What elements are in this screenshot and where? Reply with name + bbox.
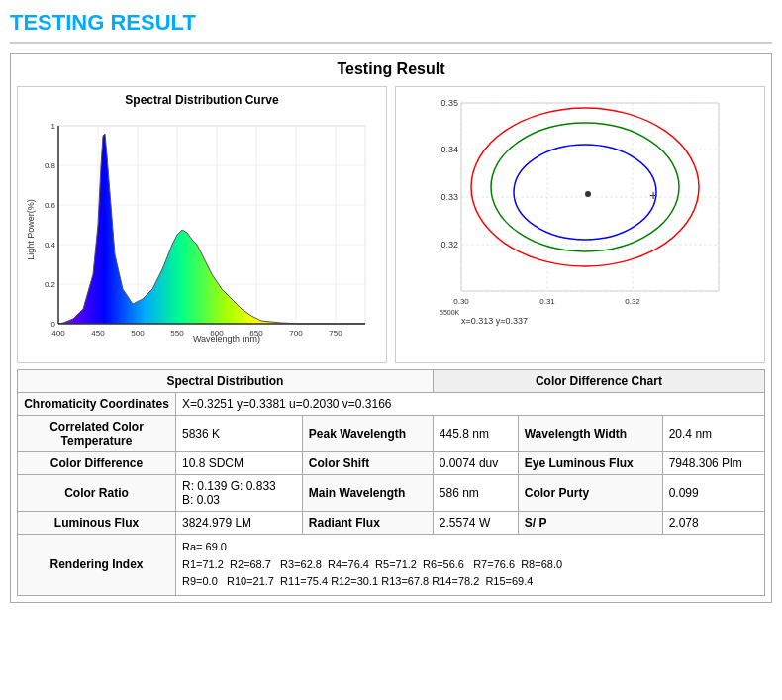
svg-text:0.33: 0.33 [440,192,458,202]
svg-text:700: 700 [289,329,303,338]
svg-text:0.2: 0.2 [45,280,56,289]
rendering-index-row: Rendering Index Ra= 69.0 R1=71.2 R2=68.7… [18,535,765,596]
svg-text:500: 500 [131,329,145,338]
svg-text:600: 600 [210,329,224,338]
color-ratio-value: R: 0.139 G: 0.833 B: 0.03 [176,475,303,512]
radiant-flux-value: 2.5574 W [433,512,518,535]
svg-text:0.6: 0.6 [45,201,56,210]
color-difference-row: Color Difference 10.8 SDCM Color Shift 0… [18,452,765,475]
spectral-svg-container: Light Power(%) Wavelength (nm) [24,111,380,349]
cct-value: 5836 K [176,416,303,452]
sub-header-left: Spectral Distribution [18,370,434,393]
peak-wavelength-label: Peak Wavelength [302,416,433,452]
sp-value: 2.078 [662,512,764,535]
plus-sign: + [649,187,657,203]
svg-text:0.32: 0.32 [625,297,640,306]
svg-text:0.32: 0.32 [440,240,458,250]
svg-text:750: 750 [329,329,342,338]
chromaticity-label: Chromaticity Coordinates [18,393,176,416]
svg-text:0.35: 0.35 [440,98,458,108]
y-axis-label: Light Power(%) [26,199,36,260]
color-difference-value: 10.8 SDCM [176,452,303,475]
rendering-index-label: Rendering Index [18,535,176,596]
testing-result-box: Testing Result Spectral Distribution Cur… [10,53,772,603]
data-table: Spectral Distribution Color Difference C… [17,369,765,596]
color-diff-container: 8SDCM 7SDCM 5SDCM [402,93,758,331]
color-diff-svg: 8SDCM 7SDCM 5SDCM [402,93,758,331]
svg-text:0: 0 [51,320,56,329]
cct-label: Correlated Color Temperature [18,416,176,452]
charts-row: Spectral Distribution Curve Light Power(… [17,86,765,363]
svg-text:1: 1 [51,122,56,131]
color-diff-chart-box: 8SDCM 7SDCM 5SDCM [395,86,765,363]
svg-text:400: 400 [51,329,65,338]
luminous-flux-value: 3824.979 LM [176,512,303,535]
sub-header-row: Spectral Distribution Color Difference C… [18,370,765,393]
chromaticity-value: X=0.3251 y=0.3381 u=0.2030 v=0.3166 [176,393,765,416]
svg-text:550: 550 [170,329,184,338]
svg-text:0.34: 0.34 [440,145,458,154]
wavelength-width-label: Wavelength Width [518,416,662,452]
main-wavelength-value: 586 nm [433,475,518,512]
color-purty-value: 0.099 [662,475,764,512]
svg-text:0.8: 0.8 [45,161,56,170]
radiant-flux-label: Radiant Flux [302,512,433,535]
coord-annotation: x=0.313 y=0.337 [461,316,528,326]
svg-text:0.30: 0.30 [453,297,469,306]
eye-luminous-value: 7948.306 Plm [662,452,764,475]
color-ratio-row: Color Ratio R: 0.139 G: 0.833 B: 0.03 Ma… [18,475,765,512]
section-title: Testing Result [17,60,765,78]
sub-header-right: Color Difference Chart [433,370,764,393]
color-purty-label: Color Purty [518,475,662,512]
peak-wavelength-value: 445.8 nm [433,416,518,452]
spectral-chart-box: Spectral Distribution Curve Light Power(… [17,86,387,363]
svg-text:450: 450 [91,329,105,338]
svg-text:0.4: 0.4 [45,241,56,250]
color-difference-label: Color Difference [18,452,176,475]
page-title: TESTING RESULT [10,10,772,44]
color-shift-value: 0.0074 duv [433,452,518,475]
color-ratio-label: Color Ratio [18,475,176,512]
svg-text:0.31: 0.31 [539,297,555,306]
main-wavelength-label: Main Wavelength [302,475,433,512]
svg-text:5500K: 5500K [440,309,460,316]
rendering-index-value: Ra= 69.0 R1=71.2 R2=68.7 R3=62.8 R4=76.4… [176,535,765,596]
wavelength-width-value: 20.4 nm [662,416,764,452]
chromaticity-row: Chromaticity Coordinates X=0.3251 y=0.33… [18,393,765,416]
cct-row: Correlated Color Temperature 5836 K Peak… [18,416,765,452]
center-dot [585,191,591,197]
luminous-flux-label: Luminous Flux [18,512,176,535]
svg-text:650: 650 [249,329,263,338]
spectral-svg: Light Power(%) Wavelength (nm) [24,111,380,349]
luminous-flux-row: Luminous Flux 3824.979 LM Radiant Flux 2… [18,512,765,535]
color-shift-label: Color Shift [302,452,433,475]
spectral-chart-title: Spectral Distribution Curve [24,93,380,107]
sp-label: S/ P [518,512,662,535]
eye-luminous-label: Eye Luminous Flux [518,452,662,475]
